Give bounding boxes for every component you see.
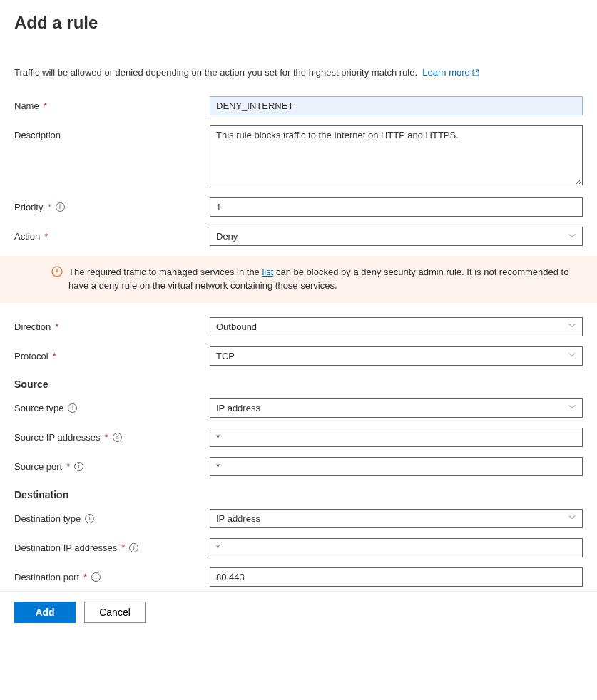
destination-type-select[interactable]: IP address [210,509,583,528]
direction-label: Direction* [14,317,210,332]
learn-more-link[interactable]: Learn more [422,67,479,78]
warning-text-prefix: The required traffic to managed services… [68,267,262,277]
cancel-button[interactable]: Cancel [84,602,146,623]
priority-input[interactable] [210,197,583,217]
source-ip-label: Source IP addresses* i [14,428,210,443]
source-type-select[interactable]: IP address [210,398,583,418]
info-icon[interactable]: i [113,433,122,442]
source-ip-input[interactable] [210,428,583,447]
chevron-down-icon [568,231,576,242]
destination-port-label: Destination port* i [14,567,210,582]
footer-bar: Add Cancel [0,591,597,633]
external-link-icon [471,68,480,79]
info-icon[interactable]: i [129,543,138,552]
destination-section-header: Destination [14,489,583,500]
description-label: Description [14,125,210,140]
destination-type-label: Destination type i [14,509,210,524]
source-section-header: Source [14,379,583,390]
protocol-label: Protocol* [14,346,210,361]
destination-ip-label: Destination IP addresses* i [14,538,210,553]
action-select[interactable]: Deny [210,227,583,246]
warning-callout: The required traffic to managed services… [0,256,597,303]
chevron-down-icon [568,351,576,361]
learn-more-label: Learn more [422,67,469,78]
info-icon[interactable]: i [85,514,94,523]
info-icon[interactable]: i [68,403,77,413]
destination-ip-input[interactable] [210,538,583,557]
priority-label: Priority* i [14,197,210,212]
info-icon[interactable]: i [56,202,65,212]
source-port-input[interactable] [210,457,583,476]
chevron-down-icon [568,513,576,524]
intro-text-row: Traffic will be allowed or denied depend… [14,67,583,79]
protocol-select[interactable]: TCP [210,346,583,366]
intro-text: Traffic will be allowed or denied depend… [14,67,417,78]
name-input[interactable] [210,96,583,115]
source-type-label: Source type i [14,398,210,413]
warning-list-link[interactable]: list [262,267,273,277]
chevron-down-icon [568,403,576,413]
action-label: Action* [14,227,210,242]
source-port-label: Source port* i [14,457,210,472]
add-button[interactable]: Add [14,602,76,623]
info-icon[interactable]: i [91,572,101,582]
svg-rect-1 [56,269,57,272]
description-input[interactable] [210,125,583,185]
svg-rect-2 [56,274,57,274]
required-marker: * [44,101,47,111]
name-label: Name* [14,96,210,111]
page-title: Add a rule [14,13,583,33]
chevron-down-icon [568,321,576,332]
warning-icon [51,266,63,282]
direction-select[interactable]: Outbound [210,317,583,336]
destination-port-input[interactable] [210,567,583,587]
info-icon[interactable]: i [74,462,83,471]
